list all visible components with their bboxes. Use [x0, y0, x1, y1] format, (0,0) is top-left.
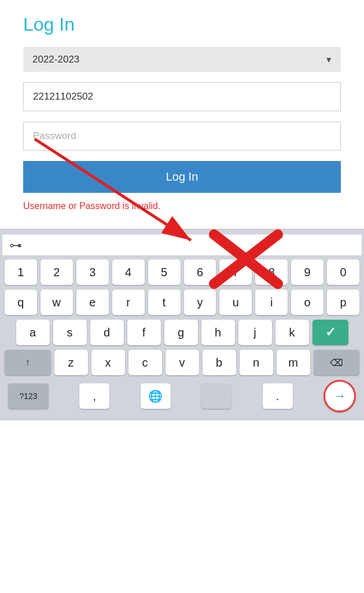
- space-key[interactable]: [201, 383, 231, 409]
- key-i[interactable]: i: [255, 290, 288, 315]
- checkmark-key[interactable]: ✓: [312, 320, 348, 345]
- asdf-row: a s d f g h j k ✓: [5, 320, 359, 345]
- key-r[interactable]: r: [112, 290, 145, 315]
- key-w[interactable]: w: [41, 290, 73, 315]
- key-o[interactable]: o: [291, 290, 323, 315]
- key-m[interactable]: m: [277, 350, 310, 375]
- keyboard-keys: 1 2 3 4 5 6 7 8 9 0 q w e r t y u i o p …: [2, 256, 362, 418]
- enter-arrow-key[interactable]: →: [323, 380, 356, 412]
- year-select-wrapper: 2022-2023 2021-2022 2020-2021 ▼: [23, 47, 341, 72]
- key-icon: ⊶: [9, 238, 22, 253]
- login-button[interactable]: Log In: [23, 161, 341, 193]
- key-8[interactable]: 8: [255, 259, 288, 285]
- key-t[interactable]: t: [148, 290, 181, 315]
- key-4[interactable]: 4: [112, 259, 145, 285]
- key-k[interactable]: k: [275, 320, 309, 345]
- key-j[interactable]: j: [238, 320, 272, 345]
- backspace-key[interactable]: ⌫: [314, 350, 360, 375]
- key-e[interactable]: e: [76, 290, 109, 315]
- key-a[interactable]: a: [16, 320, 50, 345]
- symbol-key[interactable]: ?123: [8, 383, 49, 409]
- zxcv-row: ↑ z x c v b n m ⌫: [5, 350, 359, 375]
- key-y[interactable]: y: [184, 290, 216, 315]
- key-h[interactable]: h: [201, 320, 235, 345]
- key-2[interactable]: 2: [41, 259, 73, 285]
- key-5[interactable]: 5: [148, 259, 181, 285]
- key-9[interactable]: 9: [291, 259, 323, 285]
- error-message: Username or Password is invalid.: [23, 201, 341, 211]
- key-3[interactable]: 3: [76, 259, 109, 285]
- key-c[interactable]: c: [128, 350, 162, 375]
- arrow-key-wrapper: →: [323, 380, 356, 412]
- number-row: 1 2 3 4 5 6 7 8 9 0: [5, 259, 359, 285]
- key-u[interactable]: u: [219, 290, 252, 315]
- login-form: Log In 2022-2023 2021-2022 2020-2021 ▼ L…: [0, 0, 364, 223]
- page-title: Log In: [23, 14, 341, 35]
- comma-key[interactable]: ,: [79, 383, 109, 409]
- key-p[interactable]: p: [327, 290, 359, 315]
- keyboard: ⊶ 1 2 3 4 5 6 7 8 9 0 q w e r t y u i o …: [0, 230, 364, 420]
- qwerty-row: q w e r t y u i o p: [5, 290, 359, 315]
- shift-key[interactable]: ↑: [5, 350, 51, 375]
- key-1[interactable]: 1: [5, 259, 37, 285]
- key-v[interactable]: v: [166, 350, 199, 375]
- key-b[interactable]: b: [203, 350, 236, 375]
- key-g[interactable]: g: [164, 320, 198, 345]
- key-d[interactable]: d: [90, 320, 124, 345]
- keyboard-toolbar: ⊶: [2, 235, 362, 256]
- key-s[interactable]: s: [53, 320, 87, 345]
- period-key[interactable]: .: [263, 383, 293, 409]
- key-7[interactable]: 7: [219, 259, 252, 285]
- globe-key[interactable]: 🌐: [141, 383, 171, 409]
- key-x[interactable]: x: [91, 350, 125, 375]
- arrow-icon: →: [333, 389, 346, 404]
- key-0[interactable]: 0: [327, 259, 359, 285]
- year-select[interactable]: 2022-2023 2021-2022 2020-2021: [23, 47, 341, 72]
- key-n[interactable]: n: [240, 350, 273, 375]
- key-q[interactable]: q: [5, 290, 37, 315]
- username-input[interactable]: [23, 82, 341, 111]
- password-input[interactable]: [23, 122, 341, 151]
- key-z[interactable]: z: [54, 350, 88, 375]
- bottom-row: ?123 , 🌐 . →: [5, 380, 359, 412]
- key-6[interactable]: 6: [184, 259, 216, 285]
- key-f[interactable]: f: [127, 320, 161, 345]
